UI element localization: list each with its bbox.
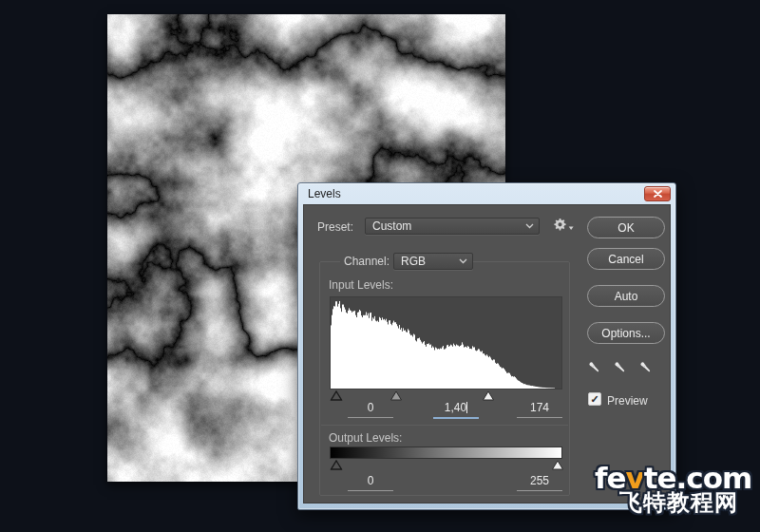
input-gamma-field[interactable]: 1,40: [433, 401, 479, 414]
output-highlight-slider[interactable]: [551, 460, 563, 470]
channel-dropdown[interactable]: RGB: [393, 253, 473, 270]
chevron-down-icon: [525, 223, 534, 229]
watermark: fevte.com 飞特教程网: [595, 464, 751, 514]
input-shadow-slider[interactable]: [331, 390, 343, 401]
input-levels-label: Input Levels:: [329, 278, 393, 292]
output-levels-label: Output Levels:: [329, 431, 402, 445]
preview-label: Preview: [607, 394, 648, 408]
preset-options-menu-button[interactable]: [553, 218, 575, 232]
preset-dropdown[interactable]: Custom: [365, 218, 540, 235]
input-shadow-field[interactable]: 0: [348, 401, 393, 414]
channel-value: RGB: [401, 255, 426, 268]
input-gamma-slider[interactable]: [390, 390, 403, 401]
gear-menu-arrow-icon: [568, 225, 575, 230]
dialog-titlebar[interactable]: Levels: [298, 183, 675, 204]
watermark-site-name: 飞特教程网: [619, 491, 751, 514]
output-highlight-field[interactable]: 255: [517, 474, 562, 487]
checkmark-icon: ✓: [590, 393, 598, 406]
ok-button[interactable]: OK: [587, 217, 665, 238]
chevron-down-icon: [459, 258, 467, 264]
text-caret: [466, 402, 467, 413]
output-shadow-slider[interactable]: [331, 460, 343, 470]
output-shadow-field[interactable]: 0: [348, 474, 393, 487]
input-highlight-field[interactable]: 174: [517, 401, 562, 414]
black-point-eyedropper-icon[interactable]: [587, 360, 603, 376]
section-divider: [321, 425, 568, 426]
preset-value: Custom: [372, 219, 411, 233]
options-button[interactable]: Options...: [587, 322, 665, 344]
preset-label: Preset:: [317, 220, 353, 234]
output-gradient-bar: [330, 446, 562, 459]
gray-point-eyedropper-icon[interactable]: [613, 360, 629, 376]
dialog-title: Levels: [308, 187, 341, 200]
output-slider-track: [330, 460, 562, 471]
cancel-button[interactable]: Cancel: [587, 248, 665, 270]
histogram: [330, 296, 562, 390]
white-point-eyedropper-icon[interactable]: [638, 360, 655, 376]
channel-label: Channel:: [340, 255, 393, 268]
close-icon: [654, 190, 662, 198]
input-highlight-slider[interactable]: [483, 390, 495, 401]
close-button[interactable]: [644, 186, 671, 201]
histogram-canvas: [331, 297, 561, 389]
dialog-content: Preset: Custom OK Cancel Auto Options...: [303, 204, 671, 504]
preview-checkbox[interactable]: ✓: [588, 392, 601, 406]
auto-button[interactable]: Auto: [587, 285, 665, 307]
eyedropper-group: [587, 360, 655, 376]
gear-icon: [553, 218, 567, 232]
